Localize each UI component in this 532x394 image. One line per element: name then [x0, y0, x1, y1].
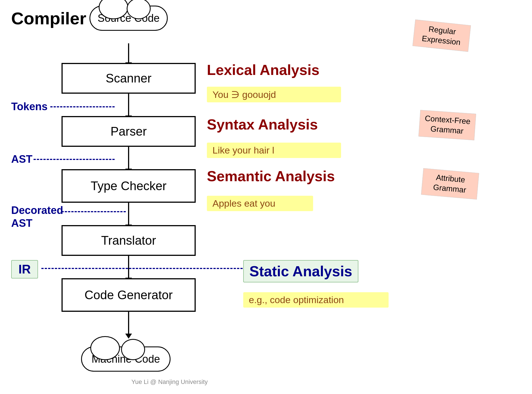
- scanner-box: Scanner: [62, 63, 196, 94]
- arrow-codegen-machine: [128, 312, 129, 334]
- arrow-source-scanner: [128, 43, 129, 63]
- ir-dashed-line: [41, 268, 243, 269]
- ast-dashed-line: [34, 159, 115, 160]
- code-generator-box: Code Generator: [62, 278, 196, 312]
- semantic-analysis-label: Semantic Analysis: [207, 168, 335, 185]
- decorated-ast-label: DecoratedAST: [11, 204, 63, 230]
- lexical-analysis-label: Lexical Analysis: [207, 62, 320, 78]
- source-code-cloud: Source Code: [89, 6, 168, 31]
- parser-box: Parser: [62, 116, 196, 147]
- semantic-example-box: Apples eat you: [207, 196, 313, 211]
- type-checker-box: Type Checker: [62, 169, 196, 203]
- page-title: Compiler: [11, 8, 86, 28]
- tokens-dashed-line: [50, 106, 115, 107]
- decorated-ast-dashed-line: [62, 211, 126, 212]
- arrow-typechecker-translator: [128, 203, 129, 225]
- context-free-grammar-box: Context-FreeGrammar: [418, 110, 476, 140]
- regular-expression-box: RegularExpression: [413, 20, 471, 52]
- static-analysis-label: Static Analysis: [243, 260, 358, 282]
- syntax-example-box: Like your hair l: [207, 143, 341, 158]
- arrow-translator-codegen: [128, 256, 129, 278]
- arrow-scanner-parser: [128, 94, 129, 116]
- lexical-example-box: You ∋ goouojd: [207, 87, 341, 102]
- ast-label: AST: [11, 153, 32, 165]
- credit-text: Yue Li @ Nanjing University: [131, 378, 208, 386]
- arrow-parser-typechecker: [128, 147, 129, 169]
- attribute-grammar-box: AttributeGrammar: [421, 168, 479, 199]
- syntax-analysis-label: Syntax Analysis: [207, 116, 318, 133]
- ir-green-box: IR: [11, 260, 38, 279]
- static-example-box: e.g., code optimization: [243, 292, 389, 308]
- tokens-label: Tokens: [11, 101, 48, 113]
- machine-code-cloud: Machine Code: [81, 346, 171, 372]
- translator-box: Translator: [62, 225, 196, 256]
